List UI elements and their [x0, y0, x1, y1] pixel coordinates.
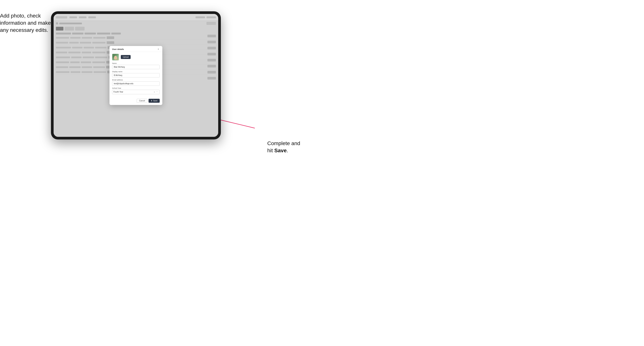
- email-field-group: Email address: [112, 79, 160, 86]
- school-year-field-group: School Year Fourth Year × ⌃: [112, 87, 160, 94]
- modal-footer: Cancel ⬆ Save: [110, 98, 162, 105]
- display-name-input[interactable]: [112, 73, 160, 77]
- photo-thumbnail: [112, 54, 119, 60]
- user-details-modal: User details × Upload: [110, 46, 162, 105]
- modal-close-button[interactable]: ×: [157, 48, 160, 50]
- annotation-right-line2: hit Save.: [267, 148, 288, 153]
- annotation-right-line1: Complete and: [267, 140, 300, 146]
- save-button[interactable]: ⬆ Save: [148, 99, 160, 103]
- email-label: Email address: [112, 79, 160, 81]
- modal-title: User details: [112, 48, 124, 50]
- app-background: User details × Upload: [54, 14, 218, 137]
- select-arrow-icon[interactable]: ⌃: [156, 91, 158, 93]
- select-clear-icon[interactable]: ×: [153, 91, 156, 93]
- display-name-field-group: Display name: [112, 71, 160, 77]
- display-name-label: Display name: [112, 71, 160, 73]
- cancel-button[interactable]: Cancel: [137, 99, 148, 103]
- modal-overlay: User details × Upload: [54, 14, 218, 137]
- photo-section: Upload: [112, 54, 160, 60]
- name-field-group: Name: [112, 62, 160, 69]
- save-label: Save: [153, 100, 158, 102]
- school-year-label: School Year: [112, 87, 160, 89]
- annotation-right: Complete and hit Save.: [267, 140, 316, 154]
- modal-body: Upload Name Display name: [110, 52, 162, 98]
- profile-photo: [112, 54, 119, 60]
- tablet-device: User details × Upload: [51, 11, 221, 140]
- email-input[interactable]: [112, 81, 160, 86]
- save-icon: ⬆: [151, 100, 152, 102]
- upload-photo-button[interactable]: Upload: [121, 55, 130, 59]
- name-input[interactable]: [112, 65, 160, 69]
- modal-header: User details ×: [110, 46, 162, 52]
- annotation-left: Add photo, check information and make an…: [0, 12, 53, 33]
- school-year-value: Fourth Year: [114, 91, 153, 93]
- name-label: Name: [112, 62, 160, 64]
- tablet-screen: User details × Upload: [54, 14, 218, 137]
- school-year-select[interactable]: Fourth Year × ⌃: [112, 90, 160, 94]
